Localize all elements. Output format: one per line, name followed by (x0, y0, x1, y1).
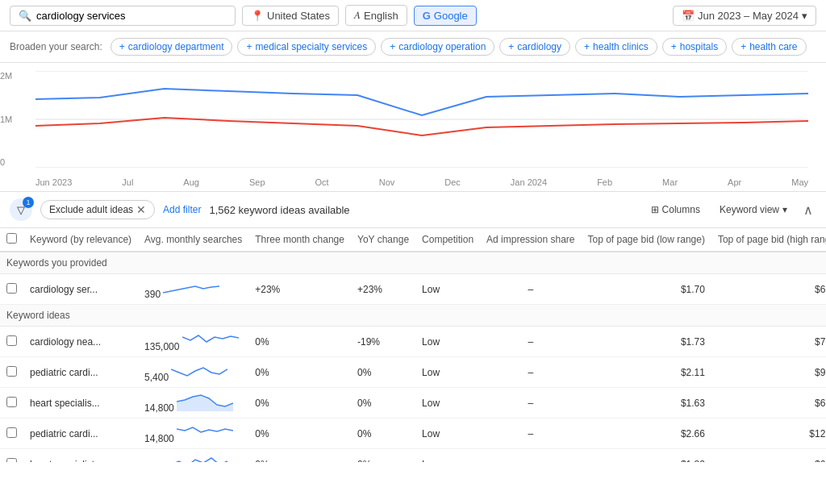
cell-bid-low: $2.11 (581, 357, 711, 388)
row-checkbox-cell[interactable] (0, 449, 23, 463)
section-label: Keywords you provided (0, 252, 826, 274)
cell-competition: Low (415, 274, 480, 305)
header-bid-high: Top of page bid (high range) (711, 228, 826, 252)
cell-bid-high: $6.90 (711, 449, 826, 463)
search-box[interactable]: 🔍 (10, 6, 236, 26)
header-ad-impression: Ad impression share (480, 228, 581, 252)
broaden-chip-medical-specialty[interactable]: + medical specialty services (237, 38, 376, 56)
cell-ad-impression: – (480, 388, 581, 419)
broaden-chip-health-care[interactable]: + health care (732, 38, 806, 56)
section-header-ideas: Keyword ideas (0, 305, 826, 327)
row-checkbox[interactable] (6, 366, 17, 377)
table-row: heart specialis... 14,800 0% 0% Low – $1… (0, 388, 826, 419)
plus-icon: + (390, 41, 395, 52)
cell-avg: 390 (138, 274, 248, 305)
cell-keyword: cardiology ser... (23, 274, 138, 305)
row-checkbox[interactable] (6, 458, 17, 463)
table-row: pediatric cardi... 5,400 0% 0% Low – $2.… (0, 357, 826, 388)
language-selector[interactable]: 𝐴 English (345, 5, 407, 26)
select-all-checkbox[interactable] (6, 233, 17, 244)
cell-yoy: +23% (351, 274, 415, 305)
broaden-chip-cardiology-operation[interactable]: + cardiology operation (381, 38, 494, 56)
date-range-selector[interactable]: 📅 Jun 2023 – May 2024 ▾ (673, 6, 816, 26)
cell-avg: 14,800 (138, 388, 248, 419)
cell-ad-impression: – (480, 419, 581, 449)
row-checkbox[interactable] (6, 283, 17, 294)
cell-avg: 14,800 (138, 419, 248, 449)
cell-ad-impression: – (480, 357, 581, 388)
cell-three-month: 0% (248, 357, 351, 388)
broaden-chip-health-clinics[interactable]: + health clinics (575, 38, 657, 56)
header-keyword: Keyword (by relevance) (23, 228, 138, 252)
broaden-chip-cardiology[interactable]: + cardiology (499, 38, 570, 56)
broaden-chip-hospitals[interactable]: + hospitals (662, 38, 727, 56)
x-label: Aug (183, 177, 199, 187)
columns-icon: ⊞ (651, 204, 659, 215)
cell-ad-impression: – (480, 327, 581, 357)
filter-funnel[interactable]: ▽ 1 (10, 198, 32, 221)
y-label-0: 0 (0, 157, 24, 167)
sparkline-chart (177, 423, 233, 442)
broaden-label: Broaden your search: (10, 41, 102, 52)
row-checkbox-cell[interactable] (0, 388, 23, 419)
broaden-chip-cardiology-department[interactable]: + cardiology department (111, 38, 233, 56)
cell-avg: 3,600 (138, 449, 248, 463)
chevron-down-icon: ▾ (802, 10, 807, 22)
chip-label: cardiology (517, 41, 561, 52)
language-label: English (364, 10, 398, 22)
header-checkbox-cell[interactable] (0, 228, 23, 252)
cell-bid-high: $9.50 (711, 357, 826, 388)
chart-y-labels: 2M 1M 0 (0, 71, 24, 167)
row-checkbox-cell[interactable] (0, 357, 23, 388)
y-label-2m: 2M (0, 71, 24, 81)
row-checkbox[interactable] (6, 335, 17, 346)
header-three-month: Three month change (248, 228, 351, 252)
columns-button[interactable]: ⊞ Columns (645, 201, 707, 219)
row-checkbox-cell[interactable] (0, 419, 23, 449)
cell-ad-impression: – (480, 449, 581, 463)
cell-bid-high: $6.03 (711, 274, 826, 305)
columns-label: Columns (662, 204, 700, 215)
location-icon: 📍 (251, 10, 264, 22)
row-checkbox[interactable] (6, 397, 17, 407)
cell-three-month: 0% (248, 327, 351, 357)
keyword-view-button[interactable]: Keyword view ▾ (713, 201, 794, 219)
x-label: Jul (122, 177, 133, 187)
location-selector[interactable]: 📍 United States (242, 6, 339, 26)
location-label: United States (267, 10, 330, 22)
exclude-adult-chip[interactable]: Exclude adult ideas ✕ (40, 200, 155, 219)
cell-bid-high: $7.32 (711, 327, 826, 357)
header-bid-low: Top of page bid (low range) (581, 228, 711, 252)
chart-x-labels: Jun 2023 Jul Aug Sep Oct Nov Dec Jan 202… (35, 176, 808, 187)
chip-label: health clinics (593, 41, 649, 52)
close-icon[interactable]: ✕ (136, 203, 146, 216)
header-avg: Avg. monthly searches (138, 228, 248, 252)
cell-avg: 135,000 (138, 327, 248, 357)
cell-competition: Low (415, 449, 480, 463)
cell-ad-impression: – (480, 274, 581, 305)
cell-keyword: pediatric cardi... (23, 419, 138, 449)
x-label: Oct (315, 177, 329, 187)
x-label: Mar (662, 177, 678, 187)
x-label: Apr (728, 177, 741, 187)
y-label-1m: 1M (0, 115, 24, 124)
add-filter-button[interactable]: Add filter (163, 204, 201, 215)
chip-label: cardiology department (128, 41, 224, 52)
cell-three-month: 0% (248, 449, 351, 463)
search-input[interactable] (36, 10, 227, 22)
network-selector[interactable]: G Google (414, 6, 477, 26)
calendar-icon: 📅 (682, 10, 695, 22)
table-row: cardiology nea... 135,000 0% -19% Low – … (0, 327, 826, 357)
row-checkbox-cell[interactable] (0, 274, 23, 305)
keyword-count-label: 1,562 keyword ideas available (209, 204, 349, 216)
plus-icon: + (119, 41, 125, 52)
collapse-button[interactable]: ∧ (800, 199, 816, 221)
cell-three-month: 0% (248, 419, 351, 449)
x-label: May (791, 177, 808, 187)
sparkline-chart (163, 278, 219, 298)
chip-label: hospitals (680, 41, 718, 52)
row-checkbox[interactable] (6, 427, 17, 438)
cell-bid-low: $1.70 (581, 274, 711, 305)
row-checkbox-cell[interactable] (0, 327, 23, 357)
x-label: Jun 2023 (35, 177, 72, 187)
